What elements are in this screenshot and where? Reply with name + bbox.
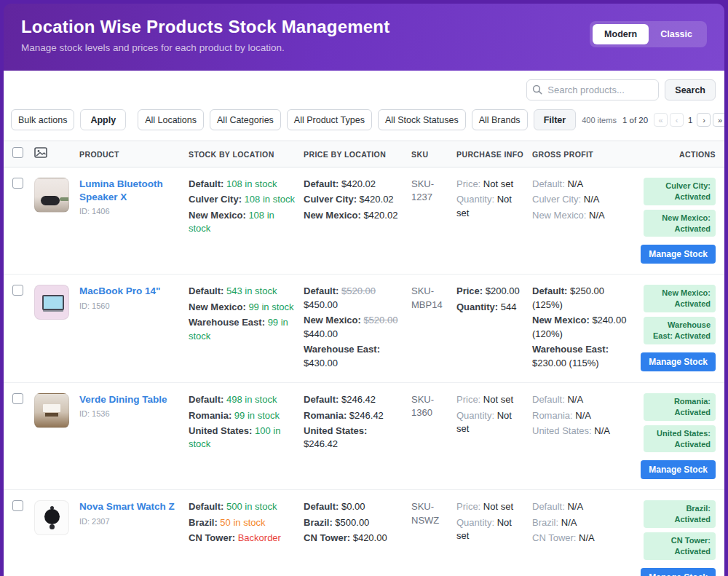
gross-profit: Default: $250.00 (125%)New Mexico: $240.…: [532, 285, 636, 372]
product-id: ID: 1536: [79, 409, 181, 418]
filters-toolbar: Bulk actions Apply All Locations All Cat…: [4, 106, 724, 141]
product-id: ID: 2307: [79, 517, 181, 526]
location-badges: Culver City: ActivatedNew Mexico: Activa…: [644, 178, 716, 237]
product-id: ID: 1560: [79, 301, 181, 310]
gross-profit: Default: N/ACulver City: N/ANew Mexico: …: [532, 178, 636, 224]
table-row: Nova Smart Watch Z ID: 2307 Default: 500…: [4, 490, 724, 576]
table-row: Lumina Bluetooth Speaker X ID: 1406 Defa…: [4, 167, 724, 275]
column-header-price: PRICE BY LOCATION: [304, 150, 411, 159]
location-status-badge: Romania: Activated: [644, 393, 716, 421]
price-by-location: Default: $246.42Romania: $246.42United S…: [304, 393, 411, 454]
page-title: Location Wise Products Stock Management: [21, 17, 389, 37]
search-icon: [532, 84, 542, 95]
filter-categories-select[interactable]: All Categories: [210, 109, 281, 130]
bulk-actions-select[interactable]: Bulk actions: [11, 109, 74, 130]
row-checkbox[interactable]: [12, 393, 23, 404]
gross-profit: Default: N/ARomania: N/AUnited States: N…: [532, 393, 636, 440]
items-count: 400 items: [582, 116, 617, 125]
column-header-sku: SKU: [411, 150, 456, 159]
toggle-modern-button[interactable]: Modern: [593, 24, 649, 44]
location-status-badge: United States: Activated: [644, 425, 716, 453]
table-row: MacBook Pro 14" ID: 1560 Default: 543 in…: [4, 275, 724, 383]
purchase-info: Price: Not setQuantity: Not set: [456, 178, 532, 222]
location-status-badge: New Mexico: Activated: [644, 285, 716, 312]
purchase-info: Price: Not setQuantity: Not set: [456, 393, 532, 438]
page-subtitle: Manage stock levels and prices for each …: [21, 42, 389, 53]
location-status-badge: Culver City: Activated: [644, 178, 716, 205]
manage-stock-button[interactable]: Manage Stock: [641, 352, 716, 371]
filter-brands-select[interactable]: All Brands: [472, 109, 528, 130]
price-by-location: Default: $420.02Culver City: $420.02New …: [304, 178, 411, 224]
first-page-button[interactable]: «: [654, 113, 668, 127]
stock-by-location: Default: 543 in stockNew Mexico: 99 in s…: [189, 285, 304, 345]
page: Location Wise Products Stock Management …: [0, 0, 728, 576]
location-badges: New Mexico: ActivatedWarehouse East: Act…: [644, 285, 716, 344]
column-header-profit: GROSS PROFIT: [532, 150, 636, 159]
current-page: 1: [686, 116, 695, 125]
price-by-location: Default: $520.00 $450.00New Mexico: $520…: [304, 285, 411, 372]
product-name-link[interactable]: MacBook Pro 14": [79, 285, 181, 298]
product-name-link[interactable]: Nova Smart Watch Z: [79, 500, 181, 513]
next-page-button[interactable]: ›: [697, 113, 711, 127]
manage-stock-button[interactable]: Manage Stock: [641, 568, 716, 576]
price-by-location: Default: $0.00Brazil: $500.00CN Tower: $…: [304, 500, 411, 547]
gross-profit: Default: N/ABrazil: N/ACN Tower: N/A: [532, 500, 636, 547]
product-thumbnail: [34, 393, 69, 428]
column-header-stock: STOCK BY LOCATION: [189, 150, 304, 159]
manage-stock-button[interactable]: Manage Stock: [641, 460, 716, 479]
product-thumbnail: [34, 500, 69, 535]
search-row: Search: [4, 71, 724, 106]
table-body: Lumina Bluetooth Speaker X ID: 1406 Defa…: [4, 167, 724, 576]
location-badges: Romania: ActivatedUnited States: Activat…: [644, 393, 716, 452]
product-name-link[interactable]: Lumina Bluetooth Speaker X: [79, 178, 181, 204]
row-checkbox[interactable]: [12, 500, 23, 511]
product-id: ID: 1406: [79, 207, 181, 216]
product-name-link[interactable]: Verde Dining Table: [79, 393, 181, 406]
apply-button[interactable]: Apply: [80, 109, 126, 130]
page-info: 1 of 20: [622, 116, 648, 125]
location-status-badge: CN Tower: Activated: [644, 532, 716, 560]
location-status-badge: New Mexico: Activated: [644, 210, 716, 237]
sku: SKU-MBP14: [411, 285, 456, 311]
sku: SKU-1237: [411, 178, 456, 204]
select-all-checkbox[interactable]: [12, 147, 23, 158]
location-status-badge: Warehouse East: Activated: [644, 317, 716, 344]
manage-stock-button[interactable]: Manage Stock: [641, 245, 716, 264]
purchase-info: Price: $200.00Quantity: 544: [456, 285, 532, 316]
row-checkbox[interactable]: [12, 178, 23, 189]
stock-by-location: Default: 500 in stockBrazil: 50 in stock…: [189, 500, 304, 547]
filter-locations-select[interactable]: All Locations: [138, 109, 204, 130]
table-row: Verde Dining Table ID: 1536 Default: 498…: [4, 383, 724, 490]
last-page-button[interactable]: »: [713, 113, 724, 127]
column-header-purchase: PURCHASE INFO: [456, 150, 532, 159]
location-badges: Brazil: ActivatedCN Tower: Activated: [644, 500, 716, 559]
product-thumbnail: [34, 178, 69, 213]
filter-button[interactable]: Filter: [534, 109, 577, 130]
pagination-top: « ‹ 1 › »: [654, 113, 724, 127]
image-column-icon: [34, 147, 47, 158]
location-status-badge: Brazil: Activated: [644, 500, 716, 528]
column-header-actions: ACTIONS: [636, 150, 716, 159]
search-input[interactable]: [526, 79, 659, 100]
toggle-classic-button[interactable]: Classic: [649, 24, 704, 44]
column-header-product: PRODUCT: [79, 150, 189, 159]
product-thumbnail: [34, 285, 69, 320]
stock-by-location: Default: 108 in stockCulver City: 108 in…: [189, 178, 304, 238]
table-header: PRODUCT STOCK BY LOCATION PRICE BY LOCAT…: [4, 141, 724, 167]
sku: SKU-NSWZ: [411, 500, 456, 526]
filter-stock-statuses-select[interactable]: All Stock Statuses: [378, 109, 466, 130]
stock-by-location: Default: 498 in stockRomania: 99 in stoc…: [189, 393, 304, 454]
row-checkbox[interactable]: [12, 285, 23, 296]
prev-page-button[interactable]: ‹: [670, 113, 684, 127]
view-toggle: Modern Classic: [590, 21, 707, 47]
purchase-info: Price: Not setQuantity: Not set: [456, 500, 532, 545]
sku: SKU-1360: [411, 393, 456, 419]
search-button[interactable]: Search: [665, 79, 716, 100]
page-header: Location Wise Products Stock Management …: [4, 4, 724, 71]
filter-product-types-select[interactable]: All Product Types: [287, 109, 372, 130]
